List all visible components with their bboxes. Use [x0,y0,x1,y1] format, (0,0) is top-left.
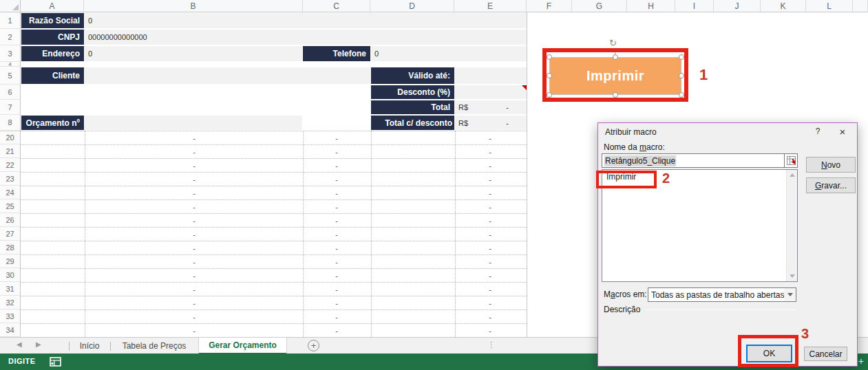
cell[interactable]: - [483,283,497,296]
cell[interactable]: - [330,159,343,172]
column-header-d[interactable]: D [370,0,454,12]
row-header-20[interactable]: 20 [0,131,21,144]
cell[interactable]: - [330,269,343,282]
row-header-33[interactable]: 33 [0,309,21,323]
imprimir-shape-button[interactable]: Imprimir [549,57,681,95]
column-header-j[interactable]: J [714,0,761,12]
selection-handle[interactable] [679,92,684,98]
row-header-7[interactable]: 7 [0,100,21,115]
selection-handle[interactable] [679,54,684,60]
cell[interactable]: - [187,131,201,144]
cell[interactable]: - [483,241,497,254]
cell[interactable]: - [330,241,343,254]
cell[interactable]: - [330,131,343,144]
cell-endereco-value[interactable]: 0 [85,46,302,61]
cell[interactable]: - [187,173,201,186]
range-picker-icon[interactable] [784,154,797,167]
add-sheet-button[interactable]: + [308,340,319,351]
row-header-5[interactable]: 5 [0,67,21,85]
row-header-21[interactable]: 21 [0,144,21,158]
cell[interactable]: - [187,145,201,158]
cell[interactable]: - [187,214,201,227]
row-header-28[interactable]: 28 [0,241,21,254]
cell-razao-social-label[interactable]: Razão Social [21,13,84,28]
macro-name-input[interactable]: Retângulo5_Clique [602,153,798,168]
row-header-24[interactable]: 24 [0,186,21,199]
cell-total-desconto-value[interactable]: R$ - [455,116,527,130]
macro-record-icon[interactable] [50,357,61,367]
row-header-27[interactable]: 27 [0,227,21,241]
cell-total-value[interactable]: R$ - [455,100,527,114]
selection-handle[interactable] [613,54,618,60]
cell-total-label[interactable]: Total [371,100,454,114]
next-sheet-arrow-icon[interactable]: ▶ [36,340,41,348]
tab-scroll-handle[interactable]: ⋮ [487,340,495,349]
cell[interactable]: - [330,283,343,296]
row-header-6[interactable]: 6 [0,85,21,100]
help-button[interactable]: ? [806,123,829,140]
novo-button[interactable]: Novo [806,157,856,173]
cell[interactable]: - [483,159,497,172]
listbox-scrollbar[interactable] [786,170,797,281]
scroll-up-icon[interactable] [790,173,795,177]
cell[interactable]: - [483,214,497,227]
cell[interactable]: - [483,255,497,268]
cell-desconto-label[interactable]: Desconto (%) [371,85,454,99]
column-header-c[interactable]: C [303,0,370,12]
cell-razao-social-value[interactable]: 0 [85,13,527,28]
cell[interactable]: - [330,214,343,227]
cell[interactable]: - [483,173,497,186]
cell[interactable]: - [187,241,201,254]
column-header-h[interactable]: H [627,0,675,12]
select-all-corner[interactable] [0,0,21,12]
cell[interactable]: - [187,269,201,282]
cell[interactable]: - [330,145,343,158]
column-header-l[interactable]: L [806,0,853,12]
selection-handle[interactable] [547,54,552,60]
macros-em-dropdown[interactable]: Todas as pastas de trabalho abertas [648,287,796,302]
macro-listbox[interactable]: Imprimir [602,169,798,282]
cell-telefone-label[interactable]: Telefone [303,46,370,61]
cell[interactable]: - [483,324,497,337]
cell[interactable]: - [330,186,343,199]
row-header-4[interactable]: 4 [0,62,21,67]
row-header-32[interactable]: 32 [0,296,21,309]
row-header-30[interactable]: 30 [0,268,21,282]
column-header-partial[interactable] [853,0,868,12]
ok-button[interactable]: OK [746,345,792,362]
column-header-e[interactable]: E [454,0,527,12]
cell[interactable]: - [330,228,343,241]
cell-cnpj-value[interactable]: 00000000000000 [85,30,527,45]
cell[interactable]: - [187,255,201,268]
cell-cliente-value[interactable] [85,67,370,84]
gravar-button[interactable]: Gravar... [806,177,856,193]
cell[interactable]: - [187,310,201,323]
cell[interactable]: - [187,186,201,199]
row-header-2[interactable]: 2 [0,29,21,45]
prev-sheet-arrow-icon[interactable]: ◀ [17,340,22,348]
row-header-8[interactable]: 8 [0,115,21,131]
cell-orcamento-value[interactable] [85,116,302,130]
cell-desconto-value[interactable] [455,85,527,99]
cell[interactable]: - [483,145,497,158]
dropdown-chevron-icon[interactable] [784,288,796,301]
cell[interactable]: - [330,255,343,268]
cell[interactable]: - [483,269,497,282]
column-header-i[interactable]: I [675,0,714,12]
cell-telefone-value[interactable]: 0 [371,46,527,61]
macro-list-item[interactable]: Imprimir [603,171,768,182]
scroll-down-icon[interactable] [790,274,795,278]
cell[interactable]: - [187,283,201,296]
cell-cliente-label[interactable]: Cliente [21,67,84,84]
cell[interactable]: - [483,296,497,309]
cell[interactable]: - [330,173,343,186]
row-header-31[interactable]: 31 [0,282,21,296]
cell[interactable]: - [330,200,343,213]
column-header-k[interactable]: K [761,0,806,12]
row-header-3[interactable]: 3 [0,45,21,62]
cell[interactable]: - [187,228,201,241]
sheet-tab-tabela-de-preços[interactable]: Tabela de Preços [110,338,198,354]
column-header-g[interactable]: G [572,0,627,12]
cell[interactable]: - [187,159,201,172]
sheet-tab-gerar-orçamento[interactable]: Gerar Orçamento [198,338,287,354]
